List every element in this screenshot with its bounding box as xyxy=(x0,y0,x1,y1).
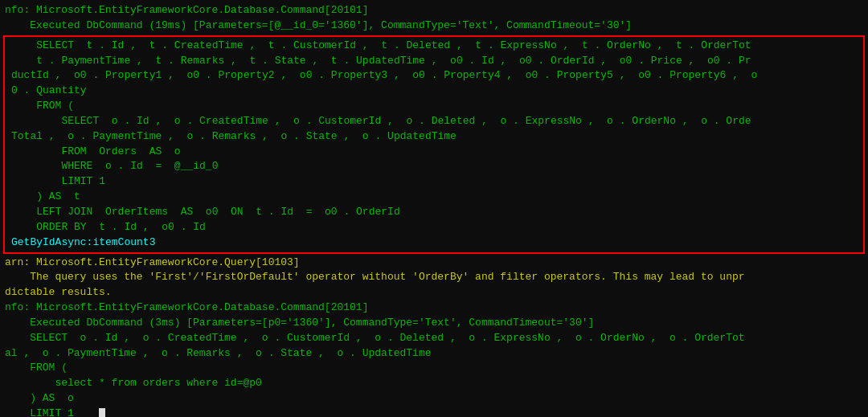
text-cursor xyxy=(99,408,105,417)
sql-select-line2: t . PaymentTime , t . Remarks , t . Stat… xyxy=(8,54,860,69)
executed-line1: Executed DbCommand (19ms) [Parameters=[@… xyxy=(2,18,866,34)
sql2-as-o-line: ) AS o xyxy=(2,391,866,407)
sql-as-t-line: ) AS t xyxy=(8,190,860,205)
sql2-select-line2: al , o . PaymentTime , o . Remarks , o .… xyxy=(2,346,866,362)
warn-line3: dictable results. xyxy=(2,285,866,300)
sql-subselect-line1: SELECT o . Id , o . CreatedTime , o . Cu… xyxy=(8,114,860,129)
warn-line1: arn: Microsoft.EntityFrameworkCore.Query… xyxy=(2,256,866,271)
sql2-from-line: FROM ( xyxy=(2,361,866,376)
sql2-raw-select-line: select * from orders where id=@p0 xyxy=(2,376,866,391)
sql-left-join-line: LEFT JOIN OrderItems AS o0 ON t . Id = o… xyxy=(8,205,860,220)
sql2-limit-line: LIMIT 1 xyxy=(2,407,866,417)
info-prefix-line2: nfo: Microsoft.EntityFrameworkCore.Datab… xyxy=(2,300,866,316)
sql-limit1-line: LIMIT 1 xyxy=(8,174,860,190)
sql2-select-line1: SELECT o . Id , o . CreatedTime , o . Cu… xyxy=(2,331,866,346)
warn-line2: The query uses the 'First'/'FirstOrDefau… xyxy=(2,270,866,285)
sql-subselect-line2: Total , o . PaymentTime , o . Remarks , … xyxy=(8,129,860,145)
sql-from-orders-line: FROM Orders AS o xyxy=(8,145,860,160)
sql-where-line: WHERE o . Id = @__id_0 xyxy=(8,159,860,174)
get-by-id-async-line: GetByIdAsync:itemCount3 xyxy=(8,235,860,251)
sql-from-line: FROM ( xyxy=(8,99,860,114)
sql-orderby-line: ORDER BY t . Id , o0 . Id xyxy=(8,220,860,235)
console-window: nfo: Microsoft.EntityFrameworkCore.Datab… xyxy=(0,0,868,417)
sql-select-line3: ductId , o0 . Property1 , o0 . Property2… xyxy=(8,68,860,84)
sql-select-line4: 0 . Quantity xyxy=(8,84,860,99)
info-prefix-line1: nfo: Microsoft.EntityFrameworkCore.Datab… xyxy=(2,3,866,18)
sql-select-line1: SELECT t . Id , t . CreatedTime , t . Cu… xyxy=(8,39,860,54)
executed-line2: Executed DbCommand (3ms) [Parameters=[p0… xyxy=(2,316,866,331)
sql-query-bordered-block: SELECT t . Id , t . CreatedTime , t . Cu… xyxy=(3,35,865,254)
